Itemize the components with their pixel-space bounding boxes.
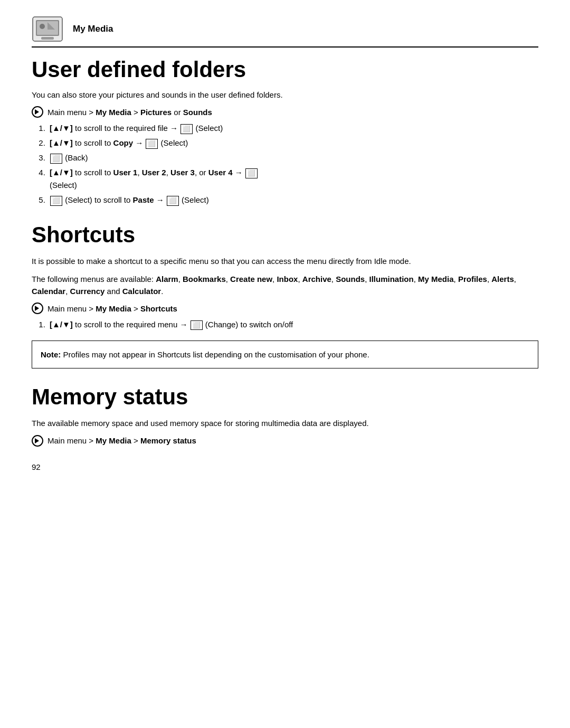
step-5: ⬜ (Select) to scroll to Paste → ⬜ (Selec…	[48, 194, 538, 206]
shortcuts-section: Shortcuts It is possible to make a short…	[32, 222, 538, 368]
memory-status-title: Memory status	[32, 384, 538, 410]
svg-point-3	[40, 24, 45, 29]
step-1: [▲/▼] to scroll to the required file → ⬜…	[48, 122, 538, 135]
select-key-icon: ⬜	[146, 139, 158, 149]
shortcuts-body-1: It is possible to make a shortcut to a s…	[32, 255, 538, 267]
step-2: [▲/▼] to scroll to Copy → ⬜ (Select)	[48, 137, 538, 149]
shortcuts-menu-path: Main menu > My Media > Shortcuts	[32, 302, 538, 314]
memory-status-menu-path-text: Main menu > My Media > Memory status	[48, 436, 196, 445]
shortcuts-steps: [▲/▼] to scroll to the required menu → ⬜…	[48, 318, 538, 331]
shortcuts-note-box: Note: Profiles may not appear in Shortcu…	[32, 341, 538, 368]
user-defined-folders-menu-path: Main menu > My Media > Pictures or Sound…	[32, 106, 538, 118]
select-key-icon: ⬜	[180, 124, 193, 134]
user-defined-folders-steps: [▲/▼] to scroll to the required file → ⬜…	[48, 122, 538, 206]
change-key-icon: ⬜	[191, 320, 203, 330]
menu-path-text: Main menu > My Media > Pictures or Sound…	[48, 108, 212, 117]
user-defined-folders-body: You can also store your pictures and sou…	[32, 89, 538, 101]
svg-rect-5	[41, 37, 54, 40]
shortcuts-step-1: [▲/▼] to scroll to the required menu → ⬜…	[48, 318, 538, 331]
step-3: ⬜ (Back)	[48, 152, 538, 164]
step-4: [▲/▼] to scroll to User 1, User 2, User …	[48, 166, 538, 192]
back-key-icon: ⬜	[50, 154, 62, 164]
memory-status-menu-path-arrow-icon	[32, 435, 43, 447]
shortcuts-menu-path-arrow-icon	[32, 302, 43, 314]
page-header: My Media	[32, 16, 538, 48]
select-key-icon: ⬜	[50, 196, 62, 206]
user-defined-folders-title: User defined folders	[32, 57, 538, 82]
header-title: My Media	[73, 24, 113, 34]
shortcuts-title: Shortcuts	[32, 222, 538, 248]
memory-status-menu-path: Main menu > My Media > Memory status	[32, 435, 538, 447]
menu-path-arrow-icon	[32, 106, 43, 118]
my-media-icon	[32, 16, 63, 42]
memory-status-section: Memory status The available memory space…	[32, 384, 538, 446]
note-label: Note:	[41, 350, 61, 359]
shortcuts-body-2: The following menus are available: Alarm…	[32, 273, 538, 298]
memory-status-body: The available memory space and used memo…	[32, 417, 538, 429]
page-number: 92	[32, 462, 538, 471]
note-text: Note: Profiles may not appear in Shortcu…	[41, 350, 369, 359]
shortcuts-menu-path-text: Main menu > My Media > Shortcuts	[48, 304, 177, 313]
select-key-icon: ⬜	[245, 168, 258, 178]
note-body: Profiles may not appear in Shortcuts lis…	[61, 350, 369, 359]
select-key-icon-2: ⬜	[167, 196, 179, 206]
